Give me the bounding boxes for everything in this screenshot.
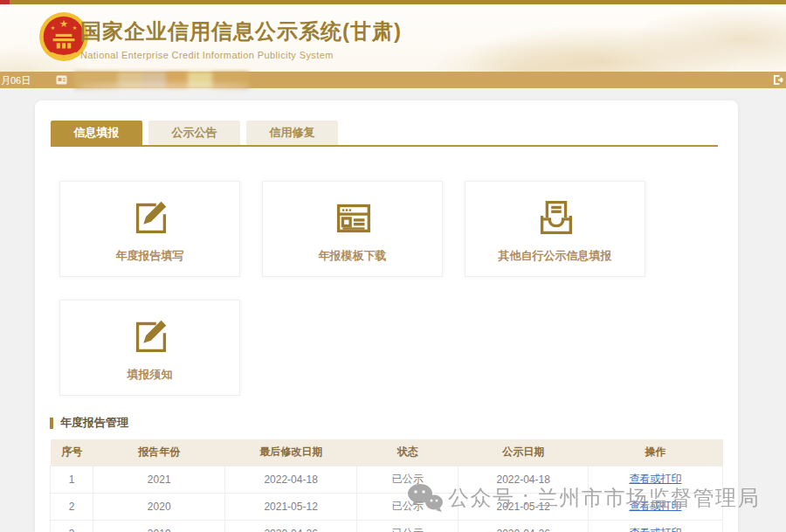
table-row: 2 2020 2021-05-12 已公示 2021-05-12 查看或打印	[51, 493, 723, 520]
cell-operation: 查看或打印	[588, 520, 722, 532]
view-or-print-link[interactable]: 查看或打印	[629, 500, 681, 512]
top-strip-red-segment	[0, 0, 10, 4]
tab-credit-repair[interactable]: 信用修复	[246, 121, 338, 145]
col-header-status: 状态	[357, 439, 458, 466]
site-title: 国家企业信用信息公示系统(甘肃)	[80, 17, 402, 45]
cell-publish: 2020-04-26	[458, 520, 589, 532]
table-row: 3 2019 2020-04-26 已公示 2020-04-26 查看或打印	[51, 520, 723, 532]
card-other-publicity-fill[interactable]: 其他自行公示信息填报	[465, 181, 645, 277]
svg-text:★: ★	[51, 24, 56, 31]
table-header-row: 序号 报告年份 最后修改日期 状态 公示日期 操作	[51, 439, 723, 466]
svg-text:★: ★	[72, 24, 78, 31]
tab-info-filling[interactable]: 信息填报	[51, 121, 142, 145]
table-row: 1 2021 2022-04-18 已公示 2022-04-18 查看或打印	[51, 466, 723, 493]
cell-no: 2	[51, 493, 93, 520]
col-header-year: 报告年份	[93, 439, 225, 466]
section-marker-bar	[50, 418, 53, 429]
id-card-icon	[56, 74, 67, 86]
top-accent-strip	[0, 0, 786, 4]
section-title: 年度报告管理	[60, 415, 128, 431]
cell-year: 2020	[93, 493, 225, 520]
site-subtitle: National Enterprise Credit Information P…	[80, 50, 402, 60]
cell-operation: 查看或打印	[588, 466, 722, 493]
col-header-no: 序号	[51, 439, 93, 466]
view-or-print-link[interactable]: 查看或打印	[629, 473, 681, 485]
col-header-modified: 最后修改日期	[225, 439, 357, 466]
cell-year: 2019	[93, 520, 225, 532]
cell-year: 2021	[93, 466, 225, 493]
blur-smear	[77, 83, 252, 91]
cell-publish: 2021-05-12	[458, 493, 589, 520]
card-label: 填报须知	[128, 367, 173, 383]
edit-pencil-icon	[128, 314, 173, 359]
card-label: 年报模板下载	[319, 248, 387, 264]
cell-no: 1	[51, 466, 93, 493]
user-navbar: 月06日	[0, 72, 786, 88]
template-download-icon	[330, 195, 376, 240]
cell-operation: 查看或打印	[588, 493, 722, 520]
cell-no: 3	[51, 520, 93, 532]
tab-underline	[51, 145, 718, 147]
site-header: ★ ★ ★ 国家企业信用信息公示系统(甘肃) National Enterpri…	[0, 0, 786, 72]
card-annual-report-fill[interactable]: 年度报告填写	[59, 181, 240, 277]
tab-public-announcement[interactable]: 公示公告	[148, 121, 240, 145]
inbox-document-icon	[533, 195, 578, 240]
card-label: 年度报告填写	[116, 248, 184, 264]
card-label: 其他自行公示信息填报	[499, 248, 612, 264]
annual-report-table: 序号 报告年份 最后修改日期 状态 公示日期 操作 1 2021 2022-04…	[50, 439, 723, 532]
card-template-download[interactable]: 年报模板下载	[262, 181, 443, 277]
col-header-publish: 公示日期	[458, 439, 589, 466]
logout-icon[interactable]	[773, 74, 785, 86]
cell-publish: 2022-04-18	[458, 466, 589, 493]
col-header-operation: 操作	[588, 439, 722, 466]
action-cards: 年度报告填写 年报模板下载	[59, 181, 645, 396]
view-or-print-link[interactable]: 查看或打印	[629, 527, 681, 532]
tab-bar: 信息填报 公示公告 信用修复	[51, 121, 338, 145]
main-panel: 信息填报 公示公告 信用修复 年度报告填写 年报模板	[35, 100, 738, 532]
cell-modified: 2022-04-18	[225, 466, 357, 493]
cell-status: 已公示	[357, 466, 458, 493]
svg-text:★: ★	[59, 18, 68, 29]
section-annual-report-management: 年度报告管理	[50, 415, 128, 431]
edit-pencil-icon	[128, 195, 173, 240]
cell-status: 已公示	[357, 520, 458, 532]
cell-modified: 2021-05-12	[225, 493, 357, 520]
card-filling-instructions[interactable]: 填报须知	[59, 300, 240, 396]
cell-status: 已公示	[357, 493, 458, 520]
login-date-text: 月06日	[1, 74, 31, 87]
cell-modified: 2020-04-26	[225, 520, 357, 532]
